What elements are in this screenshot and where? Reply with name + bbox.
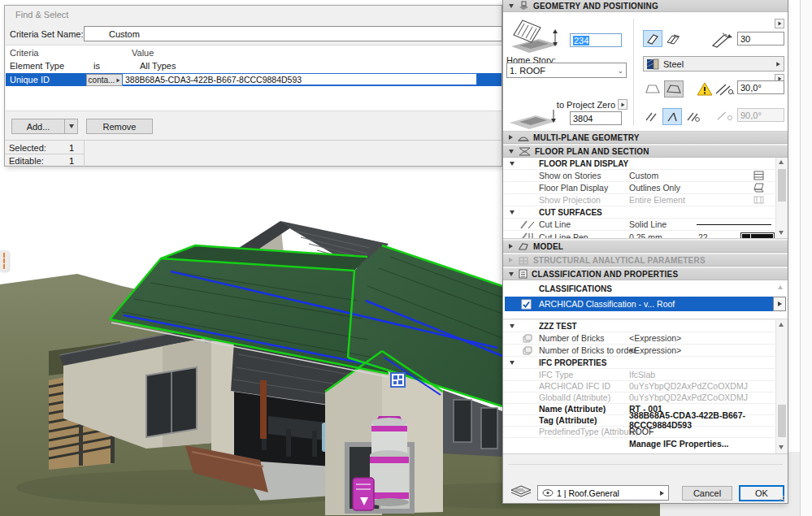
collapsed-palette-tab[interactable] (0, 250, 9, 271)
elevation-input[interactable]: 3804 (570, 111, 622, 125)
multi-plane-icon (667, 33, 681, 45)
property-icon (523, 346, 532, 355)
geometry-icon (519, 1, 529, 11)
divider (508, 464, 783, 465)
section-model-header[interactable]: MODEL (503, 241, 788, 253)
scroll-thumb[interactable] (778, 405, 786, 437)
edge-custom-toggle[interactable] (684, 108, 703, 125)
cut-line-icon (519, 219, 536, 230)
col-value: Value (132, 48, 154, 58)
row-archicad-ifc-id: ARCHICAD IFC ID0uYsYbpQD2AxPdZCoOXDMJ (503, 380, 775, 392)
subsection-title: FLOOR PLAN DISPLAY (539, 159, 628, 168)
ok-button[interactable]: OK (739, 485, 784, 501)
edge-angle-disabled-icon (716, 110, 736, 122)
edge-vertical-toggle[interactable] (641, 108, 661, 125)
flat-level-icon (508, 105, 560, 131)
classification-selected-row[interactable]: ARCHICAD Classification - v... Roof (505, 297, 773, 311)
find-select-dialog: Find & Select Criteria Set Name: Custom … (4, 5, 502, 167)
orange-dash-icon (3, 253, 5, 269)
chevron-down-icon (509, 4, 514, 8)
outlines-icon (753, 183, 764, 193)
chevron-down-icon (510, 162, 515, 166)
right-window-1 (454, 400, 471, 442)
operator-button[interactable]: conta... (86, 74, 123, 86)
editable-count: 1 (54, 156, 74, 166)
col-criteria: Criteria (10, 48, 38, 58)
criteria-row-unique-id[interactable]: Unique ID conta... 388B68A5-CDA3-422B-B6… (6, 73, 502, 86)
section-floorplan-header[interactable]: FLOOR PLAN AND SECTION (503, 145, 788, 158)
row-show-on-stories[interactable]: Show on Stories Custom (503, 170, 775, 182)
manage-ifc-link[interactable]: Manage IFC Properties... (629, 439, 729, 449)
selected-label: Selected: (9, 143, 46, 153)
right-window-2 (481, 408, 497, 449)
material-select[interactable]: Steel (643, 56, 784, 72)
chevron-down-icon (510, 361, 515, 365)
selected-count: 1 (54, 143, 74, 153)
properties-scrollbar[interactable] (775, 320, 788, 453)
trapezoid-icon (645, 84, 660, 94)
edge-angle-disabled-input: 90,0° (737, 108, 784, 122)
section-structural-header: STRUCTURAL ANALYTICAL PARAMETERS (503, 254, 788, 267)
geometry-body: 234 Home Story: 1. ROOF ⌄ to Project Zer… (503, 12, 788, 132)
criteria-name: Unique ID (10, 75, 50, 85)
criteria-set-combo[interactable]: Custom (84, 26, 502, 41)
row-number-of-bricks[interactable]: Number of Bricks <Expression> (503, 332, 775, 345)
floorplan-scrollbar[interactable] (775, 158, 788, 238)
row-tag-attribute[interactable]: Tag (Attribute)388B68A5-CDA3-422B-B667-8… (503, 414, 775, 427)
row-manage-ifc[interactable]: Manage IFC Properties... (503, 437, 775, 449)
model-icon (518, 242, 529, 251)
add-button[interactable]: Add... (11, 119, 65, 134)
scroll-up-icon[interactable] (778, 285, 783, 289)
edge-perpendicular-toggle[interactable] (662, 108, 682, 125)
section-geometry-header[interactable]: GEOMETRY AND POSITIONING (503, 0, 788, 12)
row-cut-line-pen[interactable]: Cut Line Pen 0.25 mm 22 (503, 231, 775, 239)
section-classification-header[interactable]: CLASSIFICATION AND PROPERTIES (503, 268, 788, 280)
properties-list: ZZZ TEST Number of Bricks <Expression> N… (503, 320, 788, 454)
scroll-up-icon[interactable] (779, 160, 784, 164)
cancel-button[interactable]: Cancel (682, 486, 732, 501)
edge-angle-icon (714, 82, 736, 96)
layer-select[interactable]: 1 | Roof.General (537, 485, 669, 501)
floorplan-icon (519, 146, 531, 156)
scroll-down-icon[interactable] (779, 445, 784, 449)
expand-arrow-icon (117, 78, 120, 82)
classification-expand-button[interactable] (773, 297, 786, 311)
resize-grip[interactable] (779, 495, 785, 501)
chevron-down-icon: ⌄ (617, 67, 623, 75)
subsection-title: ZZZ TEST (539, 322, 577, 331)
patio-post (260, 380, 267, 439)
cut-pen-icon (519, 232, 536, 239)
trapezoid-b-toggle[interactable] (664, 80, 684, 98)
row-cut-line[interactable]: Cut Line Solid Line (503, 219, 775, 231)
heat-pump (353, 478, 374, 510)
scroll-up-icon[interactable] (779, 323, 784, 327)
section-multiplane-header[interactable]: MULTI-PLANE GEOMETRY (503, 132, 788, 144)
edge-angle-input[interactable]: 30,0° (737, 80, 784, 94)
edge-parallel-icon (645, 111, 658, 123)
criteria-set-label: Criteria Set Name: (10, 29, 83, 39)
trapezoid-a-toggle[interactable] (643, 80, 662, 98)
classifications-box: CLASSIFICATIONS ARCHICAD Classification … (503, 280, 788, 319)
remove-button[interactable]: Remove (86, 119, 153, 134)
scroll-thumb[interactable] (778, 169, 786, 202)
slope-menu-button[interactable] (775, 19, 784, 28)
subsection-title: CUT SURFACES (539, 208, 602, 217)
multi-plane-toggle[interactable] (664, 30, 684, 47)
row-ifc-type: IFC TypeIfcSlab (503, 369, 775, 381)
viewport-scrollbar-strip[interactable] (800, 0, 812, 516)
classifications-title: CLASSIFICATIONS (539, 284, 612, 293)
project-zero-menu-button[interactable] (618, 99, 627, 110)
criteria-row-element-type[interactable]: Element Type is All Types (6, 61, 502, 73)
row-floor-plan-display[interactable]: Floor Plan Display Outlines Only (503, 182, 775, 194)
qr-marker-icon[interactable] (391, 373, 405, 387)
slope-input[interactable]: 30 (737, 32, 784, 46)
single-plane-toggle[interactable] (643, 30, 662, 47)
single-plane-icon (646, 33, 659, 45)
home-story-select[interactable]: 1. ROOF ⌄ (506, 63, 627, 78)
add-dropdown-button[interactable] (64, 119, 78, 134)
scroll-down-icon[interactable] (779, 231, 784, 235)
checkbox-checked-icon[interactable] (521, 299, 532, 310)
pitch-input[interactable]: 234 (570, 33, 622, 47)
row-bricks-to-order[interactable]: Number of Bricks to order <Expression> (503, 345, 775, 357)
unique-id-input[interactable]: 388B68A5-CDA3-422B-B667-8CCC9884D593 (122, 73, 477, 85)
